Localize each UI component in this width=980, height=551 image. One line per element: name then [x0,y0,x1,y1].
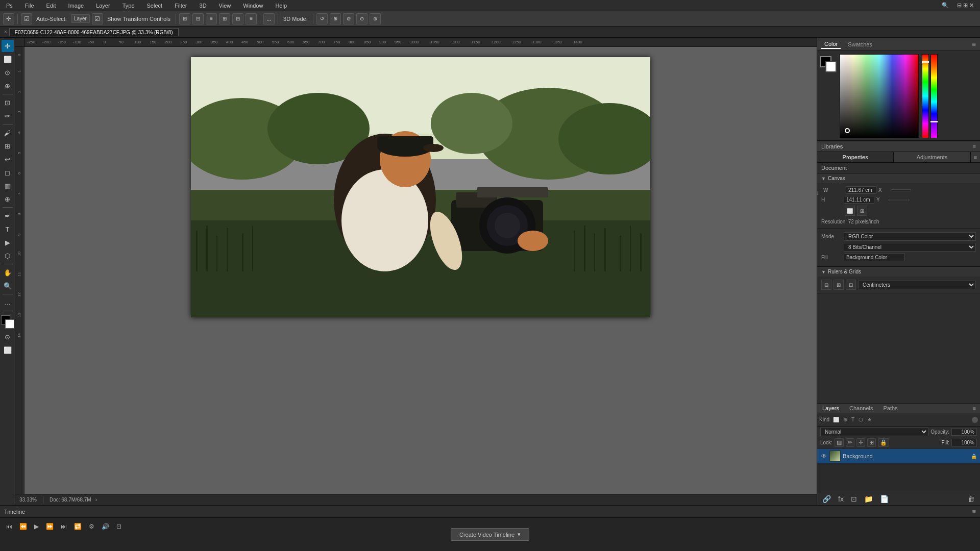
doc-size-arrow[interactable]: › [95,497,97,503]
slide-3d-icon[interactable]: ⊛ [370,13,381,24]
filter-smart-icon[interactable]: ★ [866,416,873,423]
hue-slider[interactable] [922,54,929,138]
menu-ps[interactable]: Ps [4,2,15,10]
clone-stamp-tool[interactable]: ⊞ [2,140,14,152]
menu-select[interactable]: Select [145,2,165,10]
tab-paths[interactable]: Paths [878,404,903,413]
audio-btn[interactable]: 🔊 [100,522,111,531]
height-value[interactable]: 141.11 cm [844,196,874,204]
lasso-tool[interactable]: ⊙ [2,66,14,79]
width-value[interactable]: 211.67 cm [846,186,876,194]
rotate-3d-icon[interactable]: ↺ [316,13,328,24]
settings-btn[interactable]: ⚙ [87,522,96,531]
orbit-3d-icon[interactable]: ⊙ [356,13,368,24]
y-value[interactable] [889,199,909,201]
canvas-container[interactable] [24,47,817,505]
rulers-section-header[interactable]: ▼ Rulers & Grids [817,267,980,277]
blend-mode-dropdown[interactable]: Normal [820,428,928,436]
new-layer-btn[interactable]: 📄 [878,495,891,503]
move-tool-icon[interactable]: ✛ [3,13,14,24]
marquee-tool[interactable]: ⬜ [2,53,14,65]
add-effect-btn[interactable]: fx [836,495,846,503]
opacity-value[interactable]: 100% [951,428,977,436]
canvas-icon-2[interactable]: ⊞ [857,206,867,216]
play-btn[interactable]: ▶ [32,522,41,531]
crop-tool[interactable]: ⊡ [2,96,14,109]
distribute-right-icon[interactable]: ≡ [246,13,257,24]
dodge-tool[interactable]: ⊕ [2,193,14,205]
tab-layers[interactable]: Layers [817,404,844,413]
menu-type[interactable]: Type [120,2,137,10]
menu-3d[interactable]: 3D [198,2,209,10]
pen-tool[interactable]: ✒ [2,210,14,222]
tab-channels[interactable]: Channels [844,404,878,413]
menu-layer[interactable]: Layer [94,2,112,10]
render-btn[interactable]: ⊡ [114,522,124,531]
color-spectrum[interactable] [840,54,919,138]
ruler-icon-3[interactable]: ⊡ [846,280,856,290]
lock-artboard-icon[interactable]: ⊞ [867,438,876,447]
delete-layer-btn[interactable]: 🗑 [966,495,977,503]
filter-shape-icon[interactable]: ⬡ [857,416,865,423]
quick-select-tool[interactable]: ⊕ [2,80,14,92]
ruler-units-dropdown[interactable]: Centimeters [858,281,976,289]
align-left-icon[interactable]: ⊞ [179,13,190,24]
distribute-left-icon[interactable]: ⊞ [219,13,230,24]
x-value[interactable] [891,189,911,191]
filter-pixel-icon[interactable]: ⬜ [831,416,841,423]
props-panel-menu[interactable]: ≡ [971,154,980,160]
add-mask-btn[interactable]: ⊡ [849,495,859,503]
auto-select-dropdown[interactable]: Layer [71,14,90,23]
auto-select-checkbox[interactable]: ☑ [21,13,32,24]
step-forward-btn[interactable]: ⏩ [44,522,56,531]
tab-close-btn[interactable]: × [2,29,9,35]
step-back-btn[interactable]: ⏪ [17,522,29,531]
menu-filter[interactable]: Filter [173,2,189,10]
link-layers-btn[interactable]: 🔗 [820,495,833,503]
distribute-center-icon[interactable]: ⊟ [232,13,243,24]
lock-all-icon[interactable]: 🔒 [878,438,889,447]
ruler-icon-2[interactable]: ⊞ [834,280,844,290]
bits-dropdown[interactable]: 8 Bits/Channel [844,243,976,252]
timeline-close-btn[interactable]: ≡ [972,508,976,515]
color-panel-menu[interactable]: ≡ [972,40,976,48]
layer-row-background[interactable]: 👁 Background 🔒 [817,449,980,463]
align-center-icon[interactable]: ⊟ [192,13,204,24]
eraser-tool[interactable]: ◻ [2,166,14,179]
screen-mode-toggle[interactable]: ⬜ [2,344,14,356]
new-group-btn[interactable]: 📁 [862,495,875,503]
tab-properties[interactable]: Properties [817,152,894,162]
canvas-section-header[interactable]: ▼ Canvas [817,173,980,183]
more-tools-icon[interactable]: … [2,296,14,309]
show-transform-checkbox[interactable]: ☑ [92,13,103,24]
tab-swatches[interactable]: Swatches [845,40,875,48]
menu-view[interactable]: View [217,2,233,10]
layer-visibility-eye[interactable]: 👁 [820,453,827,460]
gradient-tool[interactable]: ▥ [2,180,14,192]
file-tab[interactable]: F07C0659-C122-48AF-8006-469EABDA27CF.JPG… [9,28,179,36]
menu-image[interactable]: Image [66,2,86,10]
window-controls[interactable]: ⊟ ⊞ ✕ [955,1,976,10]
fill-value-2[interactable]: 100% [951,439,977,446]
type-tool[interactable]: T [2,223,14,235]
libraries-collapse[interactable]: ≡ [973,143,976,149]
canvas-icon-1[interactable]: ⬜ [845,206,855,216]
ruler-icon-1[interactable]: ⊟ [821,280,831,290]
filter-adjust-icon[interactable]: ⊕ [842,416,849,423]
saturation-slider[interactable] [930,54,938,138]
lock-transparent-icon[interactable]: ▨ [835,438,844,447]
go-to-end-btn[interactable]: ⏭ [59,522,69,531]
filter-type-icon[interactable]: T [850,416,856,423]
layer-name[interactable]: Background [843,453,969,459]
go-to-start-btn[interactable]: ⏮ [4,522,14,531]
quick-mask-toggle[interactable]: ⊙ [2,331,14,343]
lock-position-icon[interactable]: ✛ [856,438,865,447]
eyedropper-tool[interactable]: ✏ [2,110,14,122]
mode-dropdown[interactable]: RGB Color [844,232,976,241]
hand-tool[interactable]: ✋ [2,266,14,279]
menu-edit[interactable]: Edit [44,2,58,10]
background-color[interactable] [5,319,14,329]
layers-panel-menu-icon[interactable]: ≡ [969,405,980,411]
create-video-timeline-btn[interactable]: Create Video Timeline ▾ [451,528,529,541]
zoom-tool[interactable]: 🔍 [2,280,14,292]
